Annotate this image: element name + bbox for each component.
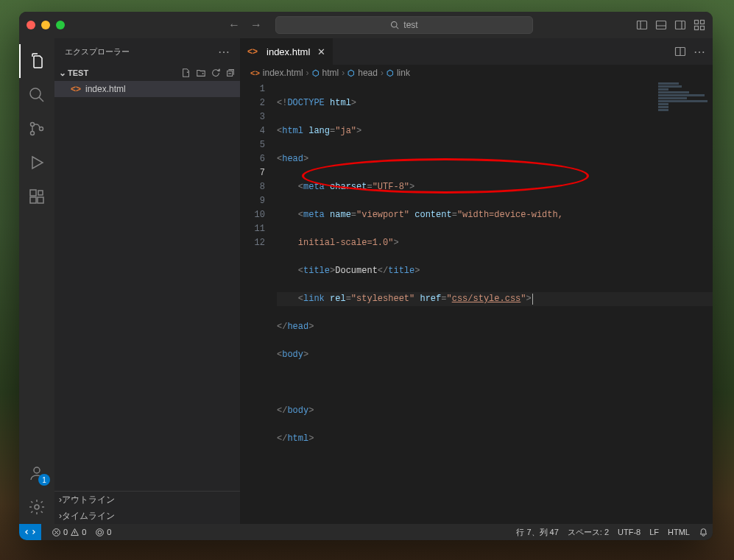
explorer-more-icon[interactable]: ⋯ [218, 45, 230, 59]
breadcrumb-sep: › [306, 68, 309, 78]
text-cursor [532, 294, 533, 305]
tab-filename: index.html [267, 46, 310, 57]
editor-tabs: <> index.html ✕ ⋯ [240, 38, 713, 65]
html-file-icon: <> [250, 68, 260, 77]
breadcrumb-sep: › [342, 68, 345, 78]
svg-line-1 [397, 26, 399, 29]
remote-button[interactable] [19, 524, 41, 540]
file-name: index.html [85, 84, 126, 94]
statusbar: 0 0 0 行 7、列 47 スペース: 2 UTF-8 LF HTML [19, 524, 713, 540]
status-notifications-icon[interactable] [694, 527, 713, 538]
breadcrumbs[interactable]: <>index.html › ⬡html › ⬡head › ⬡link [240, 65, 713, 81]
editor-area: <> index.html ✕ ⋯ <>index.html › ⬡html ›… [240, 38, 713, 524]
customize-layout-icon[interactable] [694, 19, 705, 31]
activity-search[interactable] [19, 78, 54, 112]
search-text: test [403, 20, 417, 30]
element-icon: ⬡ [347, 68, 355, 78]
tab-more-icon[interactable]: ⋯ [694, 45, 705, 59]
close-window-button[interactable] [27, 21, 35, 29]
svg-rect-18 [30, 197, 36, 203]
workspace-header[interactable]: ⌄ TEST [54, 65, 240, 81]
activity-explorer[interactable] [19, 44, 54, 78]
svg-point-22 [35, 505, 39, 509]
svg-rect-8 [695, 21, 699, 24]
svg-rect-4 [657, 21, 666, 29]
svg-point-30 [98, 531, 102, 534]
status-cursor[interactable]: 行 7、列 47 [512, 527, 562, 538]
search-box[interactable]: test [275, 16, 533, 34]
status-problems[interactable]: 0 0 [47, 528, 91, 537]
explorer-header: エクスプローラー ⋯ [54, 38, 240, 65]
accounts-badge: 1 [38, 474, 50, 486]
svg-point-15 [31, 132, 35, 135]
status-encoding[interactable]: UTF-8 [613, 527, 645, 538]
refresh-icon[interactable] [211, 68, 221, 78]
nav-forward-icon[interactable]: → [247, 17, 265, 33]
breadcrumb-html[interactable]: ⬡html [312, 68, 339, 78]
new-file-icon[interactable] [181, 68, 191, 78]
svg-point-16 [40, 127, 43, 131]
minimize-window-button[interactable] [41, 21, 50, 29]
nav-back-icon[interactable]: ← [225, 17, 243, 33]
html-file-icon: <> [71, 84, 81, 94]
html-file-icon: <> [247, 46, 258, 57]
svg-rect-17 [30, 190, 36, 196]
layout-primary-icon[interactable] [636, 19, 648, 31]
split-editor-icon[interactable] [674, 46, 686, 57]
status-indent[interactable]: スペース: 2 [563, 527, 613, 538]
code-content[interactable]: <!DOCTYPE html> <html lang="ja"> <head> … [277, 81, 713, 524]
nav-arrows: ← → [225, 17, 265, 33]
timeline-section[interactable]: › タイムライン [54, 508, 240, 524]
explorer-title: エクスプローラー [65, 46, 130, 57]
breadcrumb-file[interactable]: <>index.html [250, 68, 303, 78]
svg-rect-10 [695, 26, 699, 30]
vscode-window: ← → test [19, 12, 713, 540]
element-icon: ⬡ [312, 68, 320, 78]
status-language[interactable]: HTML [663, 527, 694, 538]
code-area[interactable]: 1 2 3 4 5 6 7 8 9 10 11 12 <!DOCTYPE htm… [240, 81, 713, 524]
file-tree-item[interactable]: <> index.html [54, 81, 240, 97]
collapse-all-icon[interactable] [225, 68, 236, 78]
activity-source-control[interactable] [19, 112, 54, 146]
breadcrumb-sep: › [381, 68, 384, 78]
new-folder-icon[interactable] [196, 68, 206, 78]
body-area: 1 エクスプローラー ⋯ ⌄ TEST [19, 38, 713, 524]
outline-label: アウトライン [62, 494, 115, 506]
maximize-window-button[interactable] [56, 21, 65, 29]
breadcrumb-link[interactable]: ⬡link [387, 68, 410, 78]
svg-point-21 [34, 467, 40, 473]
svg-point-0 [392, 22, 398, 28]
svg-rect-9 [701, 21, 705, 24]
outline-section[interactable]: › アウトライン [54, 492, 240, 508]
side-bottom: › アウトライン › タイムライン [54, 491, 240, 524]
tab-index-html[interactable]: <> index.html ✕ [240, 38, 334, 65]
minimap[interactable] [658, 82, 710, 112]
timeline-label: タイムライン [62, 510, 115, 522]
svg-rect-6 [676, 21, 685, 29]
activity-bar: 1 [19, 38, 54, 524]
svg-rect-2 [638, 21, 647, 29]
status-eol[interactable]: LF [645, 527, 663, 538]
svg-point-14 [31, 123, 35, 127]
status-ports[interactable]: 0 [91, 528, 116, 537]
svg-rect-11 [701, 26, 705, 30]
activity-settings[interactable] [19, 490, 54, 524]
tab-close-icon[interactable]: ✕ [317, 46, 325, 57]
layout-panel-icon[interactable] [655, 19, 667, 31]
workspace-name: TEST [68, 68, 88, 77]
gutter: 1 2 3 4 5 6 7 8 9 10 11 12 [240, 81, 277, 524]
breadcrumb-head[interactable]: ⬡head [347, 68, 378, 78]
svg-rect-20 [38, 191, 43, 195]
activity-extensions[interactable] [19, 180, 54, 213]
workspace-actions [181, 68, 236, 78]
element-icon: ⬡ [387, 68, 394, 78]
svg-rect-19 [38, 197, 43, 203]
svg-line-13 [39, 97, 43, 102]
activity-run-debug[interactable] [19, 146, 54, 180]
svg-point-12 [30, 88, 40, 99]
chevron-down-icon: ⌄ [59, 68, 66, 78]
activity-accounts[interactable]: 1 [19, 456, 54, 490]
titlebar: ← → test [19, 12, 713, 38]
layout-secondary-icon[interactable] [674, 19, 686, 31]
titlebar-right [636, 19, 705, 31]
